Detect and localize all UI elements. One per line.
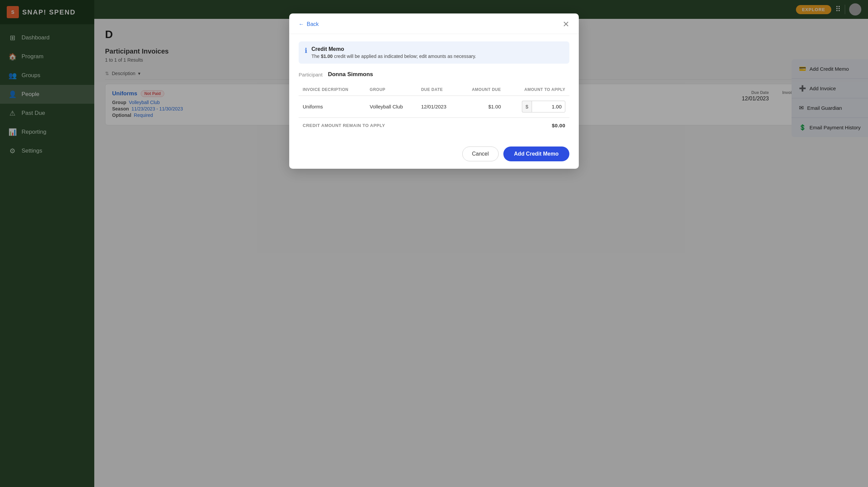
invoice-table: INVOICE DECRIPTION GROUP DUE DATE AMOUNT… — [299, 84, 569, 118]
credit-remain-label: CREDIT AMOUNT REMAIN TO APPLY — [303, 123, 385, 128]
credit-memo-banner: ℹ Credit Memo The $1.00 credit will be a… — [299, 41, 569, 64]
info-icon: ℹ — [305, 47, 307, 55]
col-amount-due: AMOUNT DUE — [459, 84, 505, 96]
dollar-prefix: $ — [522, 101, 532, 113]
banner-text-after: credit will be applied as indicated belo… — [334, 54, 476, 59]
row-description: Uniforms — [299, 96, 366, 118]
banner-title: Credit Memo — [311, 46, 476, 52]
participant-row: Participant Donna Simmons — [299, 71, 569, 78]
modal-overlay: ← Back ✕ ℹ Credit Memo The $1.00 credit … — [0, 0, 868, 487]
participant-name: Donna Simmons — [328, 71, 373, 78]
amount-to-apply-input[interactable] — [532, 101, 565, 113]
modal-footer: Cancel Add Credit Memo — [289, 141, 579, 169]
back-button[interactable]: ← Back — [299, 21, 319, 27]
col-due-date: DUE DATE — [417, 84, 459, 96]
col-amount-apply: AMOUNT TO APPLY — [505, 84, 569, 96]
participant-label: Participant — [299, 72, 322, 78]
close-button[interactable]: ✕ — [563, 20, 569, 28]
modal-header: ← Back ✕ — [289, 13, 579, 34]
col-description: INVOICE DECRIPTION — [299, 84, 366, 96]
credit-remain-value: $0.00 — [552, 123, 565, 128]
banner-text-before: The — [311, 54, 319, 59]
row-group: Volleyball Club — [366, 96, 417, 118]
back-arrow-icon: ← — [299, 21, 304, 27]
table-row: Uniforms Volleyball Club 12/01/2023 $1.0… — [299, 96, 569, 118]
modal-body: ℹ Credit Memo The $1.00 credit will be a… — [289, 34, 579, 141]
row-amount-due: $1.00 — [459, 96, 505, 118]
banner-content: Credit Memo The $1.00 credit will be app… — [311, 46, 476, 59]
col-group: GROUP — [366, 84, 417, 96]
row-amount-apply-cell: $ — [505, 96, 569, 118]
credit-memo-modal: ← Back ✕ ℹ Credit Memo The $1.00 credit … — [289, 13, 579, 169]
row-due-date: 12/01/2023 — [417, 96, 459, 118]
credit-remain-row: CREDIT AMOUNT REMAIN TO APPLY $0.00 — [299, 118, 569, 133]
cancel-button[interactable]: Cancel — [462, 147, 499, 161]
banner-amount: $1.00 — [321, 54, 333, 59]
add-credit-memo-submit-button[interactable]: Add Credit Memo — [503, 147, 569, 161]
banner-text: The $1.00 credit will be applied as indi… — [311, 54, 476, 59]
back-label: Back — [307, 21, 319, 27]
amount-input-group: $ — [509, 101, 565, 113]
